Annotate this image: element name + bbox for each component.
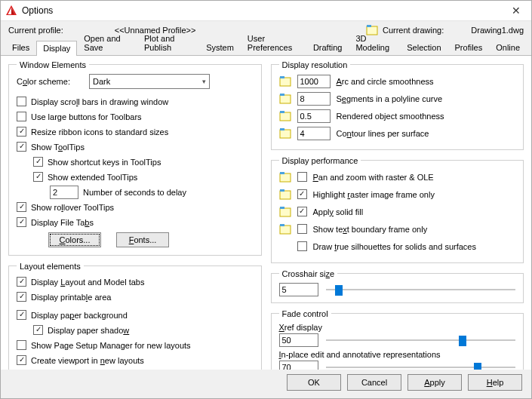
tab-drafting[interactable]: Drafting: [306, 40, 349, 55]
cube-icon: [279, 189, 291, 201]
lbl-true-silhouettes: Draw true silhouettes for solids and sur…: [313, 242, 476, 251]
chk-file-tabs[interactable]: [17, 217, 26, 227]
legend-display-resolution: Display resolution: [279, 60, 351, 69]
chk-printable-area[interactable]: [17, 292, 26, 302]
app-icon: [5, 5, 17, 17]
input-segments[interactable]: 8: [297, 92, 331, 106]
svg-rect-13: [280, 173, 291, 182]
chk-layout-tabs[interactable]: [17, 277, 26, 287]
tab-plot-publish[interactable]: Plot and Publish: [137, 31, 199, 55]
legend-window-elements: Window Elements: [17, 60, 89, 69]
slider-inplace[interactable]: [326, 361, 516, 370]
chk-rollover[interactable]: [17, 202, 26, 212]
tab-files[interactable]: Files: [5, 40, 36, 55]
cube-icon: [279, 93, 291, 105]
colors-button[interactable]: Colors...: [48, 232, 101, 247]
slider-xref[interactable]: [326, 333, 516, 347]
left-column: Window Elements Color scheme: Dark ▾ Dis…: [8, 60, 262, 370]
chevron-down-icon: ▾: [202, 78, 206, 85]
svg-rect-14: [280, 172, 284, 174]
chk-highlight-raster[interactable]: [297, 189, 307, 199]
svg-rect-19: [280, 226, 291, 234]
lbl-text-boundary: Show text boundary frame only: [313, 225, 428, 234]
tab-online[interactable]: Online: [489, 40, 527, 55]
chk-text-boundary[interactable]: [297, 224, 307, 234]
lbl-show-tooltips: Show ToolTips: [31, 143, 85, 152]
group-fade-control: Fade control Xref display 50 In-place ed…: [271, 309, 524, 370]
fonts-button[interactable]: Fonts...: [116, 232, 169, 247]
tab-user-pref[interactable]: User Preferences: [241, 31, 306, 55]
tab-system[interactable]: System: [199, 40, 241, 55]
chk-resize-ribbon[interactable]: [17, 127, 26, 137]
cancel-button[interactable]: Cancel: [347, 374, 401, 391]
cube-icon: [279, 110, 291, 122]
chk-show-tooltips[interactable]: [17, 142, 26, 152]
chk-large-buttons[interactable]: [17, 112, 26, 121]
right-column: Display resolution 1000 Arc and circle s…: [271, 60, 524, 370]
chk-paper-shadow[interactable]: [33, 325, 43, 335]
legend-layout-elements: Layout elements: [17, 262, 84, 271]
tab-display[interactable]: Display: [36, 41, 77, 56]
current-drawing-value: Drawing1.dwg: [471, 26, 524, 35]
chk-solid-fill[interactable]: [297, 207, 307, 216]
ok-button[interactable]: OK: [287, 374, 341, 391]
chk-create-viewport[interactable]: [17, 355, 26, 365]
lbl-large-buttons: Use large buttons for Toolbars: [31, 112, 142, 121]
lbl-contour: Contour lines per surface: [337, 129, 429, 138]
group-layout-elements: Layout elements Display Layout and Model…: [8, 262, 262, 370]
lbl-xref-display: Xref display: [279, 323, 516, 332]
svg-rect-18: [280, 207, 284, 209]
lbl-rendered-smoothness: Rendered object smoothness: [337, 112, 444, 121]
tab-3d-modeling[interactable]: 3D Modeling: [349, 31, 400, 55]
help-button[interactable]: Help: [468, 374, 522, 391]
input-rendered-smoothness[interactable]: 0.5: [297, 109, 331, 123]
lbl-pan-zoom: Pan and zoom with raster & OLE: [313, 173, 434, 182]
legend-display-performance: Display performance: [279, 156, 361, 165]
close-button[interactable]: ✕: [506, 3, 527, 18]
chk-shortcut-keys[interactable]: [33, 157, 43, 167]
input-contour[interactable]: 4: [297, 127, 331, 140]
chk-paper-bg[interactable]: [17, 310, 26, 320]
lbl-resize-ribbon: Resize ribbon icons to standard sizes: [31, 127, 168, 137]
chk-scroll-bars[interactable]: [17, 97, 26, 106]
options-dialog: Options ✕ Current profile: <<Unnamed Pro…: [0, 0, 532, 399]
lbl-solid-fill: Apply solid fill: [313, 207, 364, 216]
chk-page-setup[interactable]: [17, 340, 26, 350]
svg-rect-6: [280, 76, 284, 78]
input-inplace-edit[interactable]: 70: [279, 361, 318, 370]
svg-rect-16: [280, 189, 284, 192]
legend-crosshair: Crosshair size: [279, 269, 338, 278]
lbl-highlight-raster: Highlight raster image frame only: [313, 190, 435, 199]
color-scheme-select[interactable]: Dark ▾: [89, 74, 210, 89]
chk-pan-zoom[interactable]: [297, 172, 307, 182]
apply-button[interactable]: Apply: [407, 374, 462, 391]
cube-icon: [279, 223, 291, 235]
lbl-layout-tabs: Display Layout and Model tabs: [31, 278, 144, 287]
lbl-segments: Segments in a polyline curve: [337, 94, 443, 103]
lbl-extended-tooltips: Show extended ToolTips: [48, 173, 137, 182]
cube-icon: [279, 75, 291, 87]
lbl-scroll-bars: Display scroll bars in drawing window: [31, 97, 168, 106]
tab-selection[interactable]: Selection: [400, 40, 447, 55]
cube-icon: [279, 171, 291, 183]
chk-extended-tooltips[interactable]: [33, 172, 43, 182]
cube-icon: [279, 206, 291, 218]
lbl-page-setup: Show Page Setup Manager for new layouts: [31, 341, 191, 350]
input-arc-smoothness[interactable]: 1000: [297, 75, 331, 88]
input-crosshair-size[interactable]: 5: [279, 283, 318, 296]
input-tooltip-delay[interactable]: 2: [50, 186, 78, 199]
svg-rect-8: [280, 94, 284, 96]
tab-open-save[interactable]: Open and Save: [77, 31, 137, 55]
input-xref-display[interactable]: 50: [279, 333, 318, 347]
svg-rect-17: [280, 208, 291, 216]
group-display-resolution: Display resolution 1000 Arc and circle s…: [271, 60, 524, 150]
lbl-tooltip-delay: Number of seconds to delay: [83, 188, 186, 197]
svg-rect-20: [280, 224, 284, 226]
chk-true-silhouettes[interactable]: [297, 241, 307, 251]
footer-buttons: OK Cancel Apply Help: [1, 370, 531, 398]
color-scheme-label: Color scheme:: [17, 77, 85, 86]
slider-crosshair[interactable]: [326, 283, 516, 296]
color-scheme-value: Dark: [93, 77, 110, 86]
tab-profiles[interactable]: Profiles: [448, 40, 490, 55]
current-profile-label: Current profile:: [8, 26, 63, 35]
